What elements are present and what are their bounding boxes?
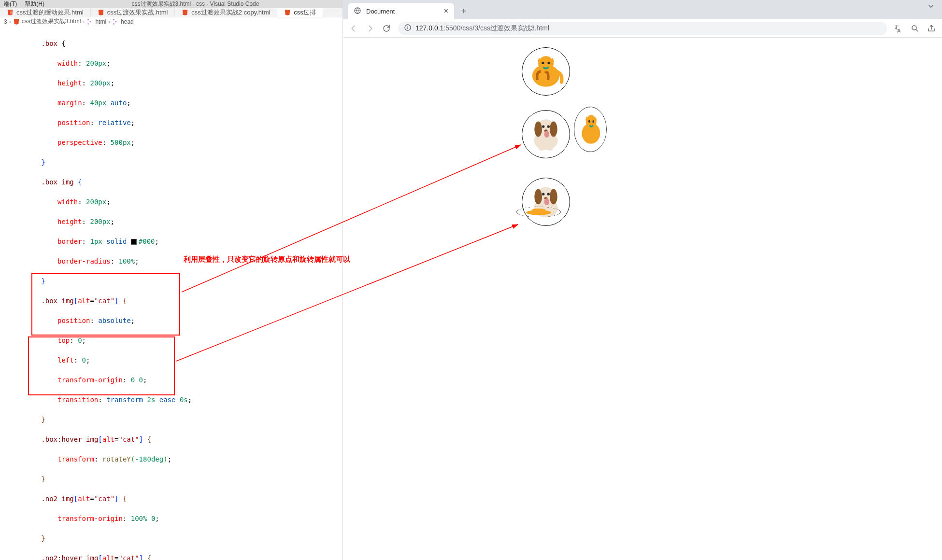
dog-image	[525, 113, 567, 155]
box-3-dog	[522, 178, 570, 226]
zoom-icon[interactable]	[910, 24, 920, 33]
browser-page	[343, 38, 942, 560]
breadcrumb[interactable]: 3 › css过渡效果实战3.html › html › head	[0, 17, 343, 26]
translate-icon[interactable]	[894, 24, 903, 33]
tab-0[interactable]: css过渡的缓动效果.html	[0, 8, 91, 17]
box-2-cat	[574, 105, 607, 154]
cat-image	[576, 108, 605, 150]
url-host: 127.0.0.1	[415, 24, 443, 32]
chevron-right-icon: ›	[83, 18, 85, 25]
annotation-text: 利用层叠性，只改变它的旋转原点和旋转属性就可以	[184, 255, 350, 264]
bc-item[interactable]: html	[95, 18, 106, 25]
svg-point-16	[547, 126, 550, 128]
tab-label: css过渡效果实战.html	[107, 8, 168, 17]
svg-point-15	[542, 126, 544, 128]
close-icon[interactable]: ×	[444, 7, 448, 15]
address-bar[interactable]: 127.0.0.1:5500/css/3/css过渡效果实战3.html	[398, 22, 887, 35]
html-file-icon	[13, 18, 20, 25]
svg-rect-3	[407, 27, 408, 29]
svg-point-31	[534, 189, 542, 205]
html-file-icon	[182, 9, 188, 16]
svg-point-4	[912, 26, 916, 30]
editor-tabs: css过渡的缓动效果.html css过渡效果实战.html css过渡效果实战…	[0, 8, 343, 17]
reload-button[interactable]	[382, 24, 391, 33]
bc-item[interactable]: 3	[4, 18, 7, 25]
svg-point-9	[542, 62, 544, 64]
element-icon	[112, 18, 119, 25]
tab-label: css过渡的缓动效果.html	[16, 8, 84, 17]
forward-button[interactable]	[365, 24, 375, 33]
tab-2[interactable]: css过渡效果实战2 copy.html	[175, 8, 277, 17]
element-icon	[86, 18, 93, 25]
menu-terminal[interactable]: 端(T)	[4, 0, 17, 8]
html-file-icon	[98, 9, 104, 16]
back-button[interactable]	[349, 24, 358, 33]
tab-1[interactable]: css过渡效果实战.html	[91, 8, 175, 17]
info-icon[interactable]	[404, 24, 412, 33]
tab-label: css过渡效果实战2 copy.html	[191, 8, 270, 17]
box-2-dog	[522, 110, 570, 158]
svg-point-10	[548, 62, 550, 64]
svg-point-19	[539, 145, 544, 151]
svg-point-18	[544, 131, 549, 138]
svg-point-14	[550, 122, 557, 137]
box-1-cat	[522, 47, 570, 96]
cat-image	[525, 50, 567, 93]
globe-icon	[354, 7, 361, 16]
browser-tab[interactable]: Document ×	[348, 3, 454, 19]
browser-tab-title: Document	[366, 8, 395, 15]
svg-point-36	[544, 198, 549, 205]
address-bar-row: 127.0.0.1:5500/css/3/css过渡效果实战3.html	[343, 19, 942, 38]
svg-point-34	[547, 193, 550, 196]
vscode-window: 端(T) 帮助(H) css过渡效果实战3.html - css - Visua…	[0, 0, 343, 560]
browser-tabstrip: Document × +	[343, 0, 942, 19]
url-path: :5500/css/3/css过渡效果实战3.html	[443, 24, 549, 32]
new-tab-button[interactable]: +	[457, 4, 471, 18]
browser-window: Document × + 127.0.0.1:5500/css/3/css过渡效…	[343, 0, 942, 560]
title-bar: 端(T) 帮助(H) css过渡效果实战3.html - css - Visua…	[0, 0, 343, 8]
chevron-down-icon[interactable]	[927, 2, 935, 12]
share-icon[interactable]	[927, 24, 936, 33]
cat-image	[518, 207, 560, 216]
color-swatch	[131, 239, 137, 245]
svg-point-13	[534, 122, 542, 137]
svg-point-20	[547, 145, 553, 151]
svg-point-2	[407, 26, 408, 27]
svg-point-33	[542, 193, 544, 196]
tab-label: css过排	[294, 8, 316, 17]
html-file-icon	[284, 9, 291, 16]
bc-item[interactable]: head	[121, 18, 134, 25]
svg-point-32	[550, 189, 557, 205]
window-title: css过渡效果实战3.html - css - Visual Studio Co…	[52, 0, 339, 8]
html-file-icon	[7, 9, 14, 16]
menu-help[interactable]: 帮助(H)	[25, 0, 44, 8]
tab-3-active[interactable]: css过排	[277, 8, 323, 17]
bc-item[interactable]: css过渡效果实战3.html	[22, 17, 81, 26]
chevron-right-icon: ›	[108, 18, 110, 25]
code-editor[interactable]: .box { width: 200px; height: 200px; marg…	[0, 26, 343, 560]
chevron-right-icon: ›	[9, 18, 11, 25]
box-3-cat	[514, 207, 563, 217]
